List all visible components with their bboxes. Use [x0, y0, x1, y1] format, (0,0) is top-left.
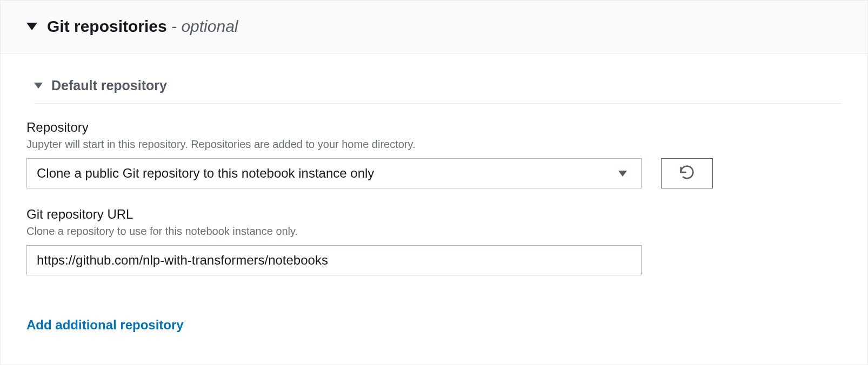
repository-field-group: Repository Jupyter will start in this re… [26, 120, 842, 188]
git-repositories-panel: Git repositories - optional Default repo… [0, 0, 868, 365]
caret-down-icon [26, 23, 37, 30]
default-repository-title: Default repository [51, 78, 167, 93]
repository-select-value: Clone a public Git repository to this no… [37, 166, 618, 181]
add-additional-repository-button[interactable]: Add additional repository [26, 317, 184, 333]
git-url-hint: Clone a repository to use for this noteb… [26, 225, 842, 238]
panel-title: Git repositories - optional [47, 17, 238, 36]
default-repository-header[interactable]: Default repository [34, 78, 842, 104]
repository-label: Repository [26, 120, 842, 135]
chevron-down-icon [618, 171, 627, 177]
panel-title-dash: - [167, 17, 182, 35]
panel-title-text: Git repositories [47, 17, 167, 35]
repository-select[interactable]: Clone a public Git repository to this no… [26, 158, 642, 188]
refresh-icon [679, 164, 695, 182]
panel-body: Default repository Repository Jupyter wi… [1, 54, 867, 359]
git-url-label: Git repository URL [26, 207, 842, 222]
caret-down-icon [34, 83, 43, 89]
git-url-input[interactable] [26, 245, 642, 275]
refresh-button[interactable] [661, 158, 713, 188]
repository-select-row: Clone a public Git repository to this no… [26, 158, 842, 188]
panel-header[interactable]: Git repositories - optional [1, 1, 867, 54]
panel-title-optional: optional [181, 17, 238, 35]
repository-hint: Jupyter will start in this repository. R… [26, 138, 842, 151]
git-url-field-group: Git repository URL Clone a repository to… [26, 207, 842, 275]
